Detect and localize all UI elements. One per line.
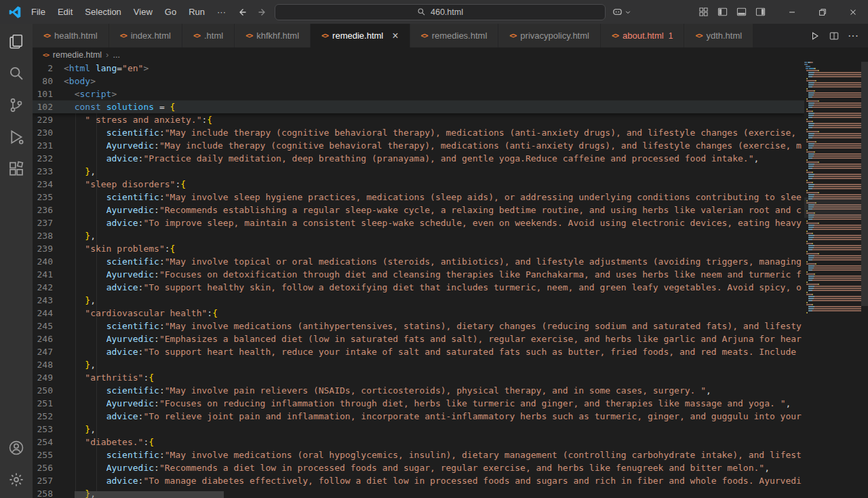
tab-close-icon[interactable]: × <box>392 31 398 41</box>
code-line-234[interactable]: 234 "sleep disorders":{ <box>33 178 804 191</box>
run-icon[interactable] <box>807 28 823 44</box>
horizontal-scrollbar[interactable] <box>75 491 224 498</box>
vscode-window: FileEditSelectionViewGoRun··· 460.html <box>0 0 868 498</box>
code-line-242[interactable]: 242 advice:"To support healthy skin, fol… <box>33 281 804 294</box>
menu-go[interactable]: Go <box>159 0 182 24</box>
tab-label: health.html <box>54 31 98 41</box>
copilot-icon <box>612 7 623 17</box>
code-line-255[interactable]: 255 scientific:"May involve medications … <box>33 448 804 461</box>
breadcrumb-more[interactable]: ... <box>113 50 119 60</box>
breadcrumb-file[interactable]: remedie.html <box>53 50 102 60</box>
code-area[interactable]: 229 " stress and anxiety.":{230 scientif… <box>33 113 804 498</box>
vertical-scrollbar[interactable] <box>861 62 868 306</box>
code-line-256[interactable]: 256 Ayurvedic:"Recommends a diet low in … <box>33 461 804 474</box>
line-number: 248 <box>33 358 64 371</box>
code-line-239[interactable]: 239 "skin problems":{ <box>33 242 804 255</box>
menu-more[interactable]: ··· <box>211 0 232 24</box>
search-icon[interactable] <box>0 57 33 89</box>
tab-.html[interactable]: <>.html <box>182 24 235 47</box>
split-editor-icon[interactable] <box>826 28 842 44</box>
html-file-icon: <> <box>245 32 252 39</box>
code-line-233[interactable]: 233 }, <box>33 165 804 178</box>
html-file-icon: <> <box>120 32 127 39</box>
line-number: 232 <box>33 152 64 165</box>
toggle-panel-icon[interactable] <box>732 3 751 22</box>
code-line-253[interactable]: 253 }, <box>33 423 804 436</box>
code-line-244[interactable]: 244 "cardiovascular health":{ <box>33 307 804 320</box>
menu-run[interactable]: Run <box>182 0 211 24</box>
forward-arrow-icon[interactable] <box>254 4 271 20</box>
minimap-slider[interactable] <box>804 197 861 218</box>
run-and-debug-icon[interactable] <box>0 121 33 153</box>
sticky-scroll[interactable]: 2<html lang="en">80<body>101 <script>102… <box>33 62 804 113</box>
minimize-button[interactable] <box>776 0 807 24</box>
code-line-250[interactable]: 250 scientific:"May involve pain relieve… <box>33 384 804 397</box>
tab-remedie.html[interactable]: <>remedie.html× <box>311 24 410 47</box>
line-number: 253 <box>33 423 64 436</box>
tab-khfkhf.html[interactable]: <>khfkhf.html <box>235 24 311 47</box>
line-number: 101 <box>33 88 64 100</box>
code-line-243[interactable]: 243 }, <box>33 294 804 307</box>
command-center-search[interactable]: 460.html <box>275 4 606 20</box>
code-line-238[interactable]: 238 }, <box>33 229 804 242</box>
tab-index.html[interactable]: <>index.html <box>109 24 182 47</box>
code-line-229[interactable]: 229 " stress and anxiety.":{ <box>33 113 804 126</box>
code-line-237[interactable]: 237 advice:"To improve sleep, maintain a… <box>33 216 804 229</box>
line-number: 230 <box>33 126 64 139</box>
code-line-101[interactable]: 101 <script> <box>33 88 804 100</box>
tab-label: about.html <box>623 31 664 41</box>
tab-actions: ··· <box>800 24 868 47</box>
code-line-230[interactable]: 230 scientific:"May include therapy (cog… <box>33 126 804 139</box>
code-line-246[interactable]: 246 Ayurvedic:"Emphasizes a balanced die… <box>33 332 804 345</box>
tab-health.html[interactable]: <>health.html <box>33 24 109 47</box>
restore-button[interactable] <box>807 0 837 24</box>
line-number: 244 <box>33 307 64 320</box>
code-line-252[interactable]: 252 advice:"To relieve joint pain and in… <box>33 410 804 423</box>
source-control-icon[interactable] <box>0 89 33 121</box>
tab-remedies.html[interactable]: <>remedies.html <box>410 24 499 47</box>
extensions-icon[interactable] <box>0 153 33 185</box>
tab-label: index.html <box>131 31 171 41</box>
toggle-secondary-sidebar-icon[interactable] <box>751 3 770 22</box>
editor[interactable]: 229 " stress and anxiety.":{230 scientif… <box>33 62 868 498</box>
code-line-236[interactable]: 236 Ayurvedic:"Recommends establishing a… <box>33 204 804 216</box>
code-line-240[interactable]: 240 scientific:"May involve topical or o… <box>33 255 804 268</box>
code-line-2[interactable]: 2<html lang="en"> <box>33 62 804 75</box>
code-line-80[interactable]: 80<body> <box>33 75 804 88</box>
close-button[interactable] <box>837 0 868 24</box>
explorer-icon[interactable] <box>0 25 33 57</box>
code-line-248[interactable]: 248 }, <box>33 358 804 371</box>
code-line-102[interactable]: 102 const solutions = { <box>33 100 804 113</box>
minimap[interactable] <box>804 62 861 498</box>
settings-icon[interactable] <box>0 463 33 495</box>
menu-selection[interactable]: Selection <box>79 0 127 24</box>
copilot-button[interactable] <box>610 4 634 20</box>
menu-edit[interactable]: Edit <box>52 0 79 24</box>
toggle-primary-sidebar-icon[interactable] <box>713 3 732 22</box>
code-line-245[interactable]: 245 scientific:"May involve medications … <box>33 320 804 332</box>
activitybar-top <box>0 25 33 185</box>
accounts-icon[interactable] <box>0 432 33 463</box>
tab-about.html[interactable]: <>about.html1 <box>601 24 684 47</box>
code-line-235[interactable]: 235 scientific:"May involve sleep hygien… <box>33 191 804 204</box>
customize-layout-icon[interactable] <box>694 3 713 22</box>
back-arrow-icon[interactable] <box>234 4 250 20</box>
line-number: 241 <box>33 268 64 281</box>
problems-badge: 1 <box>669 31 673 41</box>
code-line-231[interactable]: 231 Ayurvedic:"May include therapy (cogn… <box>33 139 804 152</box>
line-number: 243 <box>33 294 64 307</box>
tab-ydth.html[interactable]: <>ydth.html <box>684 24 753 47</box>
menu-view[interactable]: View <box>127 0 159 24</box>
code-line-257[interactable]: 257 advice:"To manage diabetes effective… <box>33 474 804 487</box>
code-line-241[interactable]: 241 Ayurvedic:"Focuses on detoxification… <box>33 268 804 281</box>
more-actions-icon[interactable]: ··· <box>845 28 861 44</box>
tab-privacypolicy.html[interactable]: <>privacypolicy.html <box>498 24 601 47</box>
code-line-251[interactable]: 251 Ayurvedic:"Focuses on reducing infla… <box>33 397 804 410</box>
code-line-254[interactable]: 254 "diabetes.":{ <box>33 436 804 448</box>
tab-label: khfkhf.html <box>256 31 299 41</box>
line-number: 255 <box>33 448 64 461</box>
code-line-247[interactable]: 247 advice:"To support heart health, red… <box>33 345 804 358</box>
menu-file[interactable]: File <box>25 0 52 24</box>
code-line-232[interactable]: 232 advice:"Practice daily meditation, d… <box>33 152 804 165</box>
code-line-249[interactable]: 249 "arthritis":{ <box>33 371 804 384</box>
